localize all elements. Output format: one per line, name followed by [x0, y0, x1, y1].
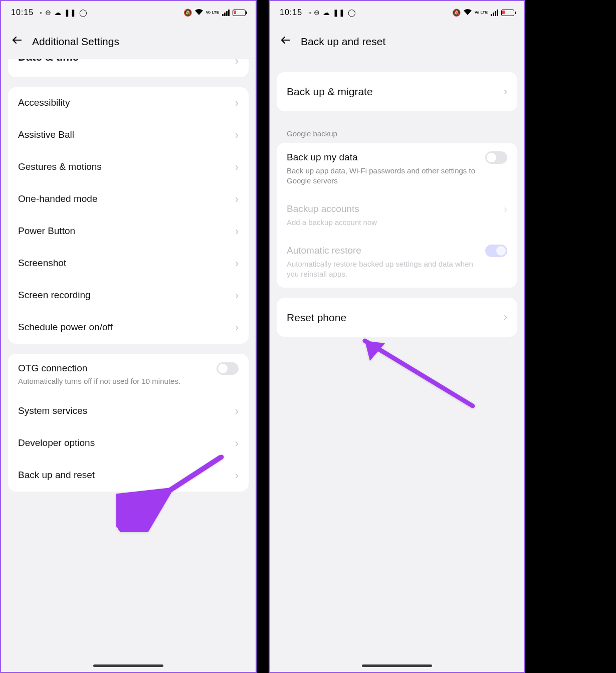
phone-right: 10:15 ▫ ⊖ ☁ ❚❚ ◯ 🔕 Vo LTE Back up and re…: [269, 0, 525, 673]
chevron-right-icon: ›: [235, 469, 239, 482]
card-backup-migrate: Back up & migrate ›: [277, 72, 517, 111]
mute-icon: 🔕: [183, 9, 192, 17]
row-title: Accessibility: [18, 97, 230, 109]
row-title: Back up my data: [287, 151, 485, 164]
status-bar: 10:15 ▫ ⊖ ☁ ❚❚ ◯ 🔕 Vo LTE: [1, 1, 256, 24]
status-left: 10:15 ▫ ⊖ ☁ ❚❚ ◯: [11, 8, 87, 17]
row-one-handed[interactable]: One-handed mode ›: [8, 183, 249, 215]
row-backup-my-data[interactable]: Back up my data Back up app data, Wi-Fi …: [277, 143, 517, 194]
dnd-icon: ⊖: [314, 9, 320, 17]
card-reset: Reset phone ›: [277, 298, 517, 337]
sim-icon: ▫: [308, 9, 311, 17]
volte-icon: Vo LTE: [206, 11, 219, 15]
phone-left: 10:15 ▫ ⊖ ☁ ❚❚ ◯ 🔕 Vo LTE Additional Set…: [0, 0, 257, 673]
back-button[interactable]: [11, 34, 23, 49]
page-title: Back up and reset: [301, 36, 385, 48]
row-gestures[interactable]: Gestures & motions ›: [8, 151, 249, 183]
mute-icon: 🔕: [452, 9, 461, 17]
card-google-backup: Back up my data Back up app data, Wi-Fi …: [277, 143, 517, 288]
wifi-icon: [464, 9, 472, 17]
row-screen-recording[interactable]: Screen recording ›: [8, 280, 249, 312]
row-backup-migrate[interactable]: Back up & migrate ›: [277, 72, 517, 111]
circle-icon: ◯: [79, 9, 87, 17]
card-date-time: Date & time ›: [8, 59, 249, 77]
dnd-icon: ⊖: [45, 9, 51, 17]
card-group2: OTG connection Automatically turns off i…: [8, 354, 249, 492]
back-button[interactable]: [280, 34, 292, 49]
row-title: System services: [18, 405, 230, 417]
header: Back up and reset: [270, 24, 524, 59]
row-subtitle: Add a backup account now: [287, 217, 499, 228]
chevron-right-icon: ›: [235, 161, 239, 174]
battery-icon: [233, 10, 246, 16]
row-schedule-power[interactable]: Schedule power on/off ›: [8, 312, 249, 344]
toggle-backup-my-data[interactable]: [485, 151, 507, 164]
status-right: 🔕 Vo LTE: [452, 9, 514, 17]
row-title: Screenshot: [18, 257, 230, 270]
row-subtitle: Automatically restore backed up settings…: [287, 259, 485, 280]
volte-icon: Vo LTE: [475, 11, 488, 15]
wifi-icon: [195, 9, 203, 17]
chevron-right-icon: ›: [235, 129, 239, 142]
row-title: Power Button: [18, 225, 230, 238]
sim-icon: ▫: [40, 9, 42, 17]
chevron-right-icon: ›: [504, 203, 507, 216]
home-indicator[interactable]: [93, 664, 163, 667]
chevron-right-icon: ›: [504, 85, 507, 98]
content: Date & time › Accessibility › Assistive …: [1, 59, 256, 670]
chevron-right-icon: ›: [235, 225, 239, 238]
row-subtitle: Back up app data, Wi-Fi passwords and ot…: [287, 166, 485, 186]
chevron-right-icon: ›: [235, 321, 239, 334]
toggle-automatic-restore[interactable]: [485, 245, 507, 257]
notif-icon: ❚❚: [64, 9, 76, 17]
row-title: Assistive Ball: [18, 129, 230, 141]
row-backup-reset[interactable]: Back up and reset ›: [8, 460, 249, 492]
circle-icon: ◯: [348, 9, 356, 17]
card-group1: Accessibility › Assistive Ball › Gesture…: [8, 87, 249, 344]
row-title: Screen recording: [18, 289, 230, 302]
row-reset-phone[interactable]: Reset phone ›: [277, 298, 517, 337]
row-title: OTG connection: [18, 362, 217, 375]
row-assistive-ball[interactable]: Assistive Ball ›: [8, 119, 249, 151]
row-title: Back up & migrate: [287, 85, 499, 98]
status-left: 10:15 ▫ ⊖ ☁ ❚❚ ◯: [280, 8, 356, 17]
row-screenshot[interactable]: Screenshot ›: [8, 248, 249, 280]
row-date-time[interactable]: Date & time ›: [8, 59, 249, 77]
row-title: Reset phone: [287, 311, 499, 324]
row-power-button[interactable]: Power Button ›: [8, 215, 249, 248]
reddit-icon: ☁: [54, 9, 61, 17]
reddit-icon: ☁: [323, 9, 330, 17]
chevron-right-icon: ›: [235, 405, 239, 418]
row-backup-accounts[interactable]: Backup accounts Add a backup account now…: [277, 194, 517, 236]
row-title: One-handed mode: [18, 193, 230, 205]
row-system-services[interactable]: System services ›: [8, 395, 249, 427]
row-developer-options[interactable]: Developer options ›: [8, 427, 249, 460]
chevron-right-icon: ›: [235, 257, 239, 270]
content: Back up & migrate › Google backup Back u…: [270, 59, 524, 670]
row-title: Back up and reset: [18, 469, 230, 482]
status-bar: 10:15 ▫ ⊖ ☁ ❚❚ ◯ 🔕 Vo LTE: [270, 1, 524, 24]
notif-icon: ❚❚: [333, 9, 345, 17]
page-title: Additional Settings: [32, 36, 119, 48]
row-title: Date & time: [18, 59, 230, 65]
chevron-right-icon: ›: [235, 97, 239, 110]
toggle-otg[interactable]: [217, 362, 239, 375]
row-title: Schedule power on/off: [18, 321, 230, 334]
row-otg[interactable]: OTG connection Automatically turns off i…: [8, 354, 249, 395]
signal-icon: [491, 10, 498, 16]
signal-icon: [222, 10, 230, 16]
row-title: Developer options: [18, 437, 230, 450]
chevron-right-icon: ›: [235, 59, 239, 68]
clock: 10:15: [280, 8, 302, 17]
chevron-right-icon: ›: [235, 437, 239, 450]
row-automatic-restore[interactable]: Automatic restore Automatically restore …: [277, 236, 517, 288]
header: Additional Settings: [1, 24, 256, 59]
row-title: Backup accounts: [287, 203, 499, 215]
row-title: Automatic restore: [287, 245, 485, 257]
row-accessibility[interactable]: Accessibility ›: [8, 87, 249, 119]
chevron-right-icon: ›: [235, 289, 239, 302]
home-indicator[interactable]: [362, 664, 432, 667]
row-title: Gestures & motions: [18, 161, 230, 173]
status-right: 🔕 Vo LTE: [183, 9, 246, 17]
row-subtitle: Automatically turns off if not used for …: [18, 376, 217, 386]
